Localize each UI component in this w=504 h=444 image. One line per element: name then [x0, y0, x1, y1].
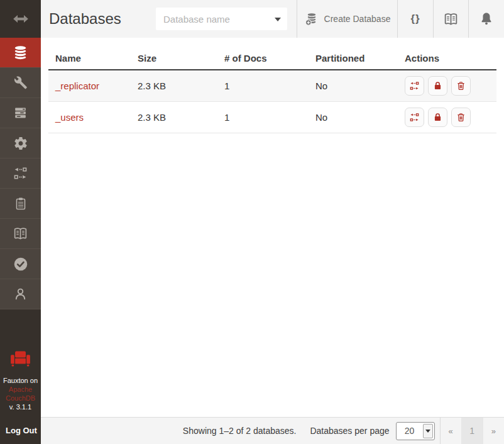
- gear-icon: [13, 136, 28, 151]
- create-database-label: Create Database: [324, 14, 391, 24]
- book-icon: [443, 11, 459, 27]
- database-icon: [12, 44, 29, 61]
- table-row: _users 2.3 KB 1 No: [48, 102, 496, 133]
- version-label: v. 3.1.1: [0, 402, 41, 411]
- sidebar-item-active-tasks[interactable]: [0, 189, 41, 219]
- sidebar-item-databases[interactable]: [0, 38, 41, 68]
- couchdb-couch-logo: [0, 349, 41, 369]
- database-link[interactable]: _users: [55, 112, 84, 123]
- curly-braces-icon: {}: [410, 13, 420, 25]
- sidebar-item-server-stack[interactable]: [0, 98, 41, 128]
- table-row: _replicator 2.3 KB 1 No: [48, 70, 496, 102]
- delete-database-button[interactable]: [451, 108, 471, 127]
- delete-database-button[interactable]: [451, 76, 471, 96]
- create-database-button[interactable]: Create Database: [297, 0, 397, 38]
- notifications-button[interactable]: [469, 0, 504, 38]
- sidebar-item-configuration[interactable]: [0, 128, 41, 158]
- wrench-icon: [13, 75, 28, 91]
- database-name-input[interactable]: [156, 8, 287, 30]
- replicate-database-button[interactable]: [405, 76, 424, 96]
- trash-icon: [456, 112, 466, 123]
- footer: Showing 1–2 of 2 databases. Databases pe…: [41, 417, 504, 444]
- replicate-database-button[interactable]: [405, 108, 424, 127]
- column-header-name: Name: [48, 53, 138, 64]
- check-circle-icon: [13, 256, 29, 272]
- sidebar-item-documentation[interactable]: [0, 219, 41, 249]
- column-header-docs: # of Docs: [224, 53, 315, 64]
- partitioned-cell: No: [315, 112, 405, 123]
- docs-cell: 1: [224, 80, 315, 91]
- per-page-value: 20: [397, 426, 423, 436]
- partitioned-cell: No: [315, 80, 405, 91]
- select-dropdown-button[interactable]: [423, 424, 433, 438]
- set-permissions-button[interactable]: [428, 108, 447, 127]
- database-filter: [156, 8, 287, 30]
- double-arrow-icon: [11, 9, 30, 28]
- set-permissions-button[interactable]: [428, 76, 447, 96]
- per-page-select[interactable]: 20: [396, 422, 435, 440]
- sidebar-branding: Fauxton on Apache CouchDB v. 3.1.1: [0, 349, 41, 411]
- server-stack-icon: [13, 105, 28, 121]
- docs-cell: 1: [224, 112, 315, 123]
- column-header-actions: Actions: [405, 53, 496, 64]
- page-title: Databases: [49, 0, 121, 38]
- main-content: Name Size # of Docs Partitioned Actions …: [41, 38, 504, 417]
- column-header-partitioned: Partitioned: [315, 53, 405, 64]
- lock-icon: [432, 80, 443, 91]
- database-link[interactable]: _replicator: [55, 80, 99, 91]
- logout-button[interactable]: Log Out: [0, 417, 41, 444]
- databases-table: Name Size # of Docs Partitioned Actions …: [48, 53, 496, 133]
- replication-icon: [409, 112, 420, 123]
- lock-icon: [432, 112, 443, 123]
- bell-icon: [479, 11, 494, 26]
- size-cell: 2.3 KB: [138, 80, 224, 91]
- clipboard-icon: [13, 196, 28, 211]
- size-cell: 2.3 KB: [138, 112, 224, 123]
- pagination-current-page[interactable]: 1: [461, 418, 483, 444]
- table-header-row: Name Size # of Docs Partitioned Actions: [48, 53, 496, 70]
- person-icon: [13, 286, 28, 302]
- per-page-label: Databases per page: [310, 426, 389, 436]
- book-icon: [13, 226, 28, 241]
- sidebar-collapse-button[interactable]: [0, 0, 41, 38]
- topbar: Databases Create Database {}: [41, 0, 504, 38]
- results-summary: Showing 1–2 of 2 databases.: [183, 426, 297, 436]
- sidebar: Fauxton on Apache CouchDB v. 3.1.1 Log O…: [0, 0, 41, 444]
- caret-down-icon: [425, 430, 430, 433]
- database-add-icon: [304, 12, 319, 26]
- sidebar-item-account[interactable]: [0, 279, 41, 309]
- sidebar-item-replication[interactable]: [0, 158, 41, 189]
- sidebar-item-verify[interactable]: [0, 249, 41, 279]
- apache-couchdb-link[interactable]: Apache CouchDB: [0, 385, 41, 402]
- column-header-size: Size: [138, 53, 224, 64]
- api-json-button[interactable]: {}: [398, 0, 433, 38]
- fauxton-on-label: Fauxton on: [0, 376, 41, 385]
- replication-icon: [13, 165, 28, 181]
- replication-icon: [409, 80, 420, 91]
- documentation-button[interactable]: [434, 0, 468, 38]
- pagination-prev-button[interactable]: «: [441, 426, 461, 436]
- caret-down-icon[interactable]: [275, 18, 281, 21]
- trash-icon: [456, 80, 466, 91]
- pagination-next-button[interactable]: »: [483, 426, 504, 436]
- sidebar-item-setup[interactable]: [0, 68, 41, 98]
